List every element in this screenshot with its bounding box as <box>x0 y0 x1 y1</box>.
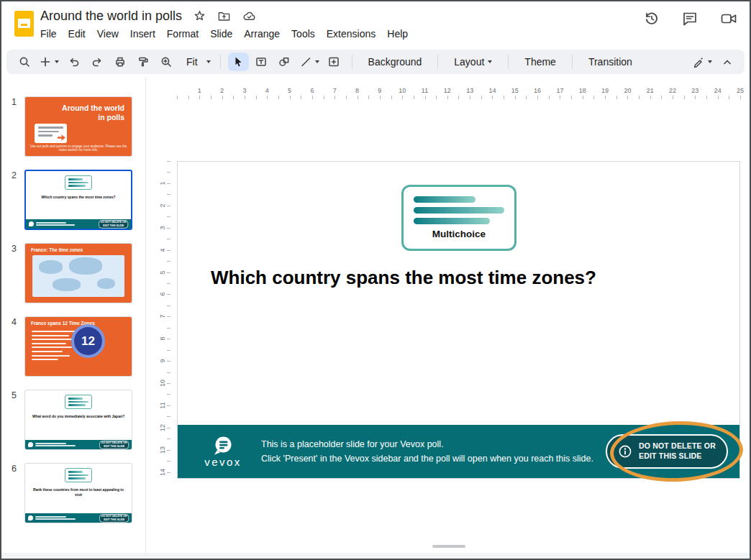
slide-number: 1 <box>9 96 19 157</box>
slide-thumbnail-5[interactable]: What word do you immediately associate w… <box>24 390 132 450</box>
vevox-logo: vevox <box>195 435 251 468</box>
ruler-number: 24 <box>714 87 722 94</box>
horizontal-ruler[interactable]: 1234567891011121314151617181920212223242… <box>177 86 751 99</box>
poll-question[interactable]: Which country spans the most time zones? <box>211 267 596 289</box>
filmstrip: 1 Around the worldin polls Use our polls… <box>1 78 145 553</box>
search-menus-icon[interactable] <box>14 52 35 71</box>
shape-tool-icon[interactable] <box>274 52 295 71</box>
insert-image-icon[interactable] <box>324 52 345 71</box>
vevox-logo-icon <box>28 442 33 447</box>
print-icon[interactable] <box>109 52 130 71</box>
slide-thumbnail-4[interactable]: France spans 12 Time Zones 12 <box>24 316 132 377</box>
menu-slide[interactable]: Slide <box>204 26 238 42</box>
chevron-down-icon <box>488 60 492 63</box>
version-history-icon[interactable] <box>643 10 660 27</box>
collapse-toolbar-icon[interactable] <box>716 52 737 71</box>
ruler-number: 13 <box>159 446 166 454</box>
ruler-number: 15 <box>511 87 519 94</box>
menu-tools[interactable]: Tools <box>286 26 321 42</box>
ruler-number: 11 <box>159 401 166 410</box>
theme-button[interactable]: Theme <box>516 52 565 71</box>
thumb2-question: Which country spans the most time zones? <box>32 195 125 200</box>
ruler-number: 4 <box>265 87 269 94</box>
ruler-number: 12 <box>444 87 451 94</box>
move-folder-icon[interactable] <box>217 9 231 23</box>
layout-button[interactable]: Layout <box>445 52 501 71</box>
vevox-footer[interactable]: vevox This is a placeholder slide for yo… <box>178 425 739 478</box>
ruler-number: 3 <box>159 224 166 232</box>
ranking-icon <box>65 468 92 482</box>
speaker-notes-handle[interactable] <box>432 545 465 548</box>
slide-thumbnail-3[interactable]: France: The time zones <box>24 243 132 303</box>
menu-format[interactable]: Format <box>161 26 204 42</box>
star-icon[interactable] <box>193 9 206 23</box>
ruler-number: 22 <box>669 87 676 94</box>
menu-view[interactable]: View <box>91 26 124 42</box>
filmstrip-row: 6 Rank these countries from most to leas… <box>9 463 145 523</box>
toolbar-divider <box>437 55 438 69</box>
ruler-number: 9 <box>378 87 381 94</box>
cloud-status-icon[interactable] <box>242 9 257 23</box>
meet-camera-icon[interactable] <box>719 10 738 27</box>
redo-icon[interactable] <box>86 52 107 71</box>
ruler-number: 12 <box>159 423 166 432</box>
vevox-footer-mini: DO NOT DELETE OREDIT THIS SLIDE <box>25 440 132 449</box>
ruler-number: 18 <box>579 87 586 94</box>
ruler-number: 25 <box>737 87 744 94</box>
world-map-image <box>32 255 124 297</box>
menu-arrange[interactable]: Arrange <box>238 26 286 42</box>
do-not-delete-badge-mini: DO NOT DELETE OREDIT THIS SLIDE <box>99 220 128 228</box>
theme-label: Theme <box>524 56 556 68</box>
vevox-footer-mini: DO NOT DELETE OREDIT THIS SLIDE <box>25 513 132 523</box>
fit-zoom-select[interactable]: Fit <box>178 52 213 71</box>
slide-thumbnail-2[interactable]: Which country spans the most time zones?… <box>24 170 132 230</box>
paint-format-icon[interactable] <box>132 52 153 71</box>
thumb5-question: What word do you immediately associate w… <box>31 414 126 419</box>
new-slide-button[interactable] <box>37 52 61 71</box>
ruler-number: 5 <box>288 87 291 94</box>
poll-type-card[interactable]: Multichoice <box>401 185 516 251</box>
ruler-number: 1 <box>159 179 166 188</box>
slide-thumbnail-6[interactable]: Rank these countries from most to least … <box>24 463 132 523</box>
slide-number: 6 <box>9 463 19 523</box>
menu-help[interactable]: Help <box>381 26 414 42</box>
comments-icon[interactable] <box>681 10 698 27</box>
slides-logo-icon[interactable] <box>14 11 34 37</box>
document-title[interactable]: Around the world in polls <box>40 9 182 24</box>
poll-list-icon <box>35 124 67 143</box>
layout-label: Layout <box>454 56 484 68</box>
menu-extensions[interactable]: Extensions <box>321 26 381 42</box>
vertical-ruler[interactable]: 1234567891011121314 <box>158 161 170 482</box>
ruler-number: 16 <box>534 87 541 94</box>
filmstrip-row: 5 What word do you immediately associate… <box>9 390 145 450</box>
slide-thumbnail-1[interactable]: Around the worldin polls Use our polls a… <box>24 96 132 157</box>
slide-canvas[interactable]: Multichoice Which country spans the most… <box>177 161 740 479</box>
transition-button[interactable]: Transition <box>580 52 641 71</box>
background-button[interactable]: Background <box>360 52 431 71</box>
titlebar: Around the world in polls FileEditViewIn… <box>1 1 750 47</box>
menu-edit[interactable]: Edit <box>63 26 91 42</box>
chevron-down-icon <box>206 60 211 63</box>
ruler-number: 11 <box>422 87 428 94</box>
menu-file[interactable]: File <box>35 26 63 42</box>
toolbar-divider <box>572 55 573 69</box>
ruler-number: 7 <box>333 87 337 94</box>
do-not-delete-badge[interactable]: DO NOT DELETE OR EDIT THIS SLIDE <box>606 434 728 468</box>
zoom-icon[interactable] <box>155 52 176 71</box>
ruler-number: 2 <box>159 201 166 210</box>
filmstrip-row: 2 Which country spans the most time zone… <box>9 170 145 230</box>
slide-number: 3 <box>9 243 19 303</box>
menu-insert[interactable]: Insert <box>124 26 161 42</box>
multichoice-icon <box>65 175 92 190</box>
line-tool-icon[interactable] <box>297 52 322 71</box>
undo-icon[interactable] <box>63 52 84 71</box>
select-tool-icon[interactable] <box>228 52 249 71</box>
ruler-number: 10 <box>399 87 406 94</box>
bottom-edge <box>1 553 750 559</box>
vevox-logo-icon <box>29 221 34 226</box>
app-window: Around the world in polls FileEditViewIn… <box>0 0 751 560</box>
toolbar-divider <box>220 55 221 69</box>
ruler-number: 20 <box>624 87 631 94</box>
annotate-pen-icon[interactable] <box>690 52 714 71</box>
text-box-icon[interactable] <box>251 52 272 71</box>
